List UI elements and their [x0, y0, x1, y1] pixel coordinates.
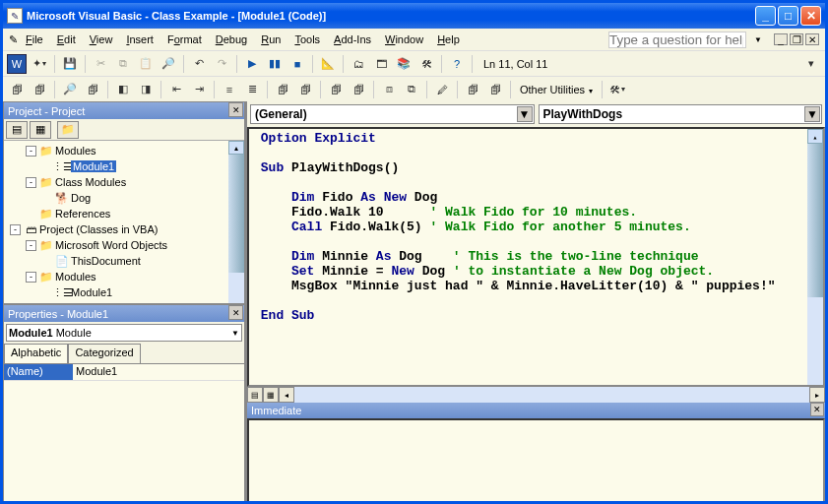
- immediate-window[interactable]: [247, 418, 825, 504]
- scroll-right-icon[interactable]: ▸: [809, 387, 825, 403]
- help-dropdown-icon[interactable]: ▼: [748, 33, 768, 46]
- mdi-close[interactable]: ✕: [805, 33, 819, 45]
- help-icon[interactable]: ?: [447, 54, 467, 74]
- tb2-icon-7[interactable]: 🗐: [273, 80, 292, 99]
- tb2-icon-11[interactable]: ⧈: [379, 80, 399, 99]
- close-button[interactable]: ✕: [800, 6, 821, 26]
- maximize-button[interactable]: □: [778, 6, 798, 26]
- reset-icon[interactable]: ■: [287, 54, 307, 74]
- tree-item-module1[interactable]: ⋮☰Module1: [6, 284, 226, 300]
- project-panel-close-button[interactable]: ✕: [228, 102, 243, 117]
- tree-item-module1[interactable]: ⋮☰Module1: [6, 158, 226, 174]
- tb2-icon-4[interactable]: 🗐: [83, 80, 102, 99]
- indent-icon[interactable]: ⇤: [166, 80, 186, 99]
- full-view-button[interactable]: ▦: [263, 387, 279, 403]
- tb2-icon-13[interactable]: 🖉: [432, 80, 452, 99]
- tree-item-thisdocument[interactable]: 📄ThisDocument: [6, 253, 226, 269]
- tree-item-references[interactable]: 📁References: [6, 206, 226, 221]
- list-icon[interactable]: ≡: [220, 80, 239, 99]
- tree-item-dog[interactable]: 🐕Dog: [6, 190, 226, 206]
- mdi-minimize[interactable]: _: [774, 33, 788, 45]
- tb2-icon-3[interactable]: 🔎: [60, 80, 80, 99]
- tab-alphabetic[interactable]: Alphabetic: [4, 344, 68, 363]
- menu-debug[interactable]: Debug: [210, 32, 253, 47]
- project-explorer-icon[interactable]: 🗂: [349, 54, 368, 74]
- menu-window[interactable]: Window: [379, 32, 429, 47]
- redo-icon[interactable]: ↷: [212, 54, 231, 74]
- code-horizontal-scrollbar[interactable]: ▤ ▦ ◂ ▸: [247, 387, 825, 403]
- menu-run[interactable]: Run: [255, 32, 287, 47]
- other-utilities-menu[interactable]: Other Utilities ▾: [516, 84, 597, 95]
- property-value[interactable]: Module1: [73, 364, 244, 380]
- toggle-folders-button[interactable]: 📁: [57, 121, 79, 139]
- menu-help[interactable]: Help: [431, 32, 466, 47]
- tb2-icon-15[interactable]: 🗐: [485, 80, 505, 99]
- tree-toggle-icon[interactable]: -: [26, 177, 36, 188]
- menu-insert[interactable]: Insert: [120, 32, 159, 47]
- run-icon[interactable]: ▶: [242, 54, 262, 74]
- tb2-icon-6[interactable]: ◨: [136, 80, 156, 99]
- properties-panel-close-button[interactable]: ✕: [228, 305, 243, 320]
- design-mode-icon[interactable]: 📐: [318, 54, 338, 74]
- chevron-down-icon[interactable]: ▼: [804, 106, 820, 122]
- code-vertical-scrollbar[interactable]: ▴: [807, 129, 823, 385]
- undo-icon[interactable]: ↶: [189, 54, 209, 74]
- help-search-input[interactable]: [608, 32, 746, 48]
- properties-object-combo[interactable]: Module1 Module ▼: [6, 324, 242, 342]
- paste-icon[interactable]: 📋: [136, 54, 156, 74]
- tree-item-modules[interactable]: -📁Modules: [6, 143, 226, 158]
- tb2-icon-12[interactable]: ⧉: [402, 80, 421, 99]
- tb2-icon-8[interactable]: 🗐: [295, 80, 315, 99]
- tb2-icon-2[interactable]: 🗐: [30, 80, 49, 99]
- project-scrollbar[interactable]: ▴: [228, 141, 244, 303]
- tree-item-modules[interactable]: -📁Modules: [6, 269, 226, 284]
- outdent-icon[interactable]: ⇥: [189, 80, 209, 99]
- properties-window-icon[interactable]: 🗔: [371, 54, 391, 74]
- object-combo[interactable]: (General) ▼: [250, 104, 535, 124]
- tb2-icon-14[interactable]: 🗐: [463, 80, 482, 99]
- tb2-icon-5[interactable]: ◧: [113, 80, 133, 99]
- tree-item-microsoft-word-objects[interactable]: -📁Microsoft Word Objects: [6, 237, 226, 253]
- project-tree[interactable]: -📁Modules⋮☰Module1-📁Class Modules🐕Dog📁Re…: [4, 141, 228, 303]
- list2-icon[interactable]: ≣: [242, 80, 262, 99]
- tb2-icon-1[interactable]: 🗐: [7, 80, 27, 99]
- cut-icon[interactable]: ✂: [91, 54, 110, 74]
- menu-file[interactable]: File: [20, 32, 49, 47]
- copy-icon[interactable]: ⧉: [113, 54, 133, 74]
- toolbox-icon[interactable]: 🛠: [416, 54, 436, 74]
- word-icon[interactable]: W: [7, 54, 27, 74]
- mdi-restore[interactable]: ❐: [790, 33, 803, 45]
- toolbar-overflow-icon[interactable]: ▾: [801, 54, 821, 74]
- view-object-button[interactable]: ▦: [30, 121, 51, 139]
- insert-dropdown-icon[interactable]: ✦▾: [30, 54, 49, 74]
- object-browser-icon[interactable]: 📚: [394, 54, 414, 74]
- menu-edit[interactable]: Edit: [51, 32, 82, 47]
- tree-toggle-icon[interactable]: -: [26, 146, 36, 157]
- find-icon[interactable]: 🔎: [159, 54, 178, 74]
- scroll-left-icon[interactable]: ◂: [279, 387, 294, 403]
- save-icon[interactable]: 💾: [60, 54, 80, 74]
- tree-toggle-icon[interactable]: -: [26, 240, 36, 251]
- minimize-button[interactable]: _: [755, 6, 776, 26]
- procedure-combo[interactable]: PlayWithDogs ▼: [539, 104, 823, 124]
- property-row[interactable]: (Name) Module1: [4, 364, 244, 381]
- code-editor[interactable]: Option Explicit Sub PlayWithDogs() Dim F…: [247, 127, 825, 387]
- immediate-close-button[interactable]: ✕: [810, 403, 824, 416]
- tb2-icon-9[interactable]: 🗐: [326, 80, 346, 99]
- tree-toggle-icon[interactable]: -: [26, 272, 36, 283]
- tree-toggle-icon[interactable]: -: [10, 224, 21, 235]
- tree-item-project-classes-in-vba-[interactable]: -🗃Project (Classes in VBA): [6, 221, 226, 237]
- menu-view[interactable]: View: [84, 32, 119, 47]
- menu-format[interactable]: Format: [161, 32, 208, 47]
- view-code-button[interactable]: ▤: [6, 121, 28, 139]
- properties-grid[interactable]: (Name) Module1: [4, 363, 244, 504]
- menu-tools[interactable]: Tools: [288, 32, 326, 47]
- tree-item-class-modules[interactable]: -📁Class Modules: [6, 174, 226, 190]
- menu-addins[interactable]: Add-Ins: [328, 32, 377, 47]
- break-icon[interactable]: ▮▮: [265, 54, 285, 74]
- proc-view-button[interactable]: ▤: [247, 387, 263, 403]
- chevron-down-icon[interactable]: ▼: [517, 106, 533, 122]
- tools-dropdown-icon[interactable]: 🛠▾: [607, 80, 627, 99]
- tb2-icon-10[interactable]: 🗐: [349, 80, 368, 99]
- tab-categorized[interactable]: Categorized: [68, 344, 140, 363]
